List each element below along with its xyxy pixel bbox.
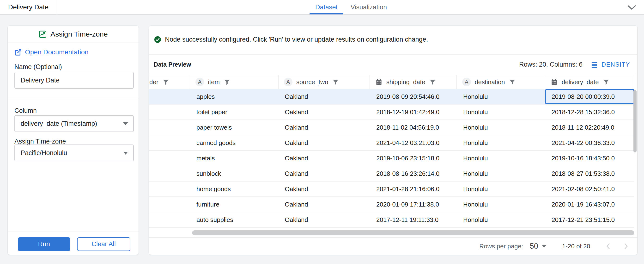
filter-icon[interactable] [332, 79, 339, 86]
table-cell[interactable]: Honolulu [457, 120, 545, 135]
run-button[interactable]: Run [18, 237, 70, 251]
table-cell[interactable]: 2018-08-27 01:53:38.0 [545, 166, 634, 181]
column-name: delivery_date [562, 78, 599, 86]
table-cell[interactable]: 2021-04-12 03:21:03.0 [370, 135, 457, 150]
selected-table-cell[interactable]: 2019-08-20 00:00:39.0 [545, 89, 634, 104]
tab-visualization-label: Visualization [350, 4, 387, 11]
table-cell[interactable]: home goods [190, 181, 278, 196]
table-cell[interactable]: Oakland [278, 89, 370, 104]
column-header-delivery_date[interactable]: delivery_date [545, 75, 634, 89]
table-cell[interactable]: 2017-12-21 23:51:15.0 [545, 212, 634, 227]
table-cell[interactable]: 2019-08-09 20:54:46.0 [370, 89, 457, 104]
table-cell[interactable]: sunblock [190, 166, 278, 181]
density-control[interactable]: DENSITY [591, 61, 630, 68]
column-field-label: Column [14, 107, 37, 114]
column-header-der[interactable]: der [149, 75, 190, 89]
table-cell[interactable]: 2018-12-28 15:32:36.0 [545, 105, 634, 120]
filter-icon[interactable] [429, 79, 436, 86]
table-cell[interactable]: Oakland [278, 151, 370, 166]
table-cell[interactable]: Honolulu [457, 105, 545, 120]
table-cell[interactable]: 2018-08-16 23:26:14.0 [370, 166, 457, 181]
dropdown-caret-icon [542, 245, 546, 248]
table-cell[interactable]: canned goods [190, 135, 278, 150]
column-header-item[interactable]: Aitem [190, 75, 278, 89]
rows-per-page-value: 50 [530, 242, 538, 250]
table-cell[interactable]: apples [190, 89, 278, 104]
table-cell[interactable]: Oakland [278, 212, 370, 227]
table-cell[interactable]: furniture [190, 197, 278, 212]
table-cell[interactable]: toilet paper [190, 105, 278, 120]
filter-icon[interactable] [603, 79, 610, 86]
table-cell[interactable]: 2020-01-19 16:43:07.0 [545, 197, 634, 212]
table-cell[interactable]: 2021-01-28 21:16:06.0 [370, 181, 457, 196]
collapse-panel-button[interactable] [627, 4, 637, 11]
table-cell[interactable]: auto supplies [190, 212, 278, 227]
table-cell[interactable]: Honolulu [457, 135, 545, 150]
table-cell[interactable] [149, 89, 190, 104]
table-cell[interactable]: Oakland [278, 181, 370, 196]
table-cell[interactable]: 2018-11-12 02:20:49.0 [545, 120, 634, 135]
table-cell[interactable]: Oakland [278, 166, 370, 181]
table-cell[interactable] [149, 212, 190, 227]
table-cell[interactable] [149, 151, 190, 166]
column-name: der [149, 78, 158, 86]
table-cell[interactable] [149, 120, 190, 135]
horizontal-scrollbar-track [149, 228, 637, 238]
table-cell[interactable]: Honolulu [457, 151, 545, 166]
table-row: metalsOakland2019-10-06 23:15:18.0Honolu… [149, 151, 634, 166]
dropdown-caret-icon [123, 122, 128, 125]
table-cell[interactable]: 2021-04-22 00:36:33.0 [545, 135, 634, 150]
table-cell[interactable]: 2017-12-11 19:11:33.0 [370, 212, 457, 227]
table-cell[interactable]: Honolulu [457, 166, 545, 181]
table-cell[interactable]: Oakland [278, 120, 370, 135]
table-cell[interactable] [149, 135, 190, 150]
horizontal-scrollbar[interactable] [192, 230, 634, 235]
column-select-value: delivery_date (Timestamp) [21, 120, 97, 127]
table-cell[interactable] [149, 181, 190, 196]
chart-line-icon [38, 30, 47, 39]
table-row: applesOakland2019-08-09 20:54:46.0Honolu… [149, 89, 634, 105]
view-tabs: Dataset Visualization [310, 0, 392, 15]
tab-dataset[interactable]: Dataset [310, 0, 343, 15]
table-cell[interactable]: Honolulu [457, 89, 545, 104]
table-cell[interactable]: 2021-02-08 02:50:41.0 [545, 181, 634, 196]
table-cell[interactable]: metals [190, 151, 278, 166]
density-label: DENSITY [602, 61, 630, 68]
column-select[interactable]: delivery_date (Timestamp) [14, 115, 134, 132]
table-cell[interactable] [149, 166, 190, 181]
table-cell[interactable]: 2018-12-19 01:42:49.0 [370, 105, 457, 120]
next-page-button[interactable] [623, 242, 629, 250]
filter-icon[interactable] [224, 79, 230, 86]
table-cell[interactable]: Honolulu [457, 212, 545, 227]
table-cell[interactable]: 2018-11-02 04:56:19.0 [370, 120, 457, 135]
table-cell[interactable]: paper towels [190, 120, 278, 135]
filter-icon[interactable] [162, 79, 169, 86]
table-cell[interactable] [149, 197, 190, 212]
table-row: toilet paperOakland2018-12-19 01:42:49.0… [149, 105, 634, 120]
table-cell[interactable]: Honolulu [457, 181, 545, 196]
table-cell[interactable]: Oakland [278, 135, 370, 150]
table-cell[interactable]: 2019-10-06 23:15:18.0 [370, 151, 457, 166]
name-field-label: Name (Optional) [14, 63, 62, 71]
tab-visualization[interactable]: Visualization [345, 0, 392, 15]
column-header-destination[interactable]: Adestination [457, 75, 545, 89]
table-cell[interactable]: 2019-10-16 18:43:50.0 [545, 151, 634, 166]
column-header-shipping_date[interactable]: shipping_date [370, 75, 457, 89]
clear-all-button[interactable]: Clear All [77, 237, 130, 251]
table-cell[interactable] [149, 105, 190, 120]
status-message: Node successfully configured. Click 'Run… [154, 34, 428, 45]
open-documentation-link[interactable]: Open Documentation [14, 48, 88, 56]
table-cell[interactable]: Oakland [278, 197, 370, 212]
table-cell[interactable]: 2020-01-09 17:11:38.0 [370, 197, 457, 212]
name-input[interactable] [14, 72, 134, 89]
column-header-source_two[interactable]: Asource_two [278, 75, 370, 89]
vertical-scrollbar[interactable] [634, 90, 636, 152]
table-cell[interactable]: Oakland [278, 105, 370, 120]
previous-page-button[interactable] [605, 242, 611, 250]
pagination-bar: Rows per page: 50 1-20 of 20 [149, 238, 637, 255]
node-tab[interactable]: Delivery Date [0, 0, 57, 15]
filter-icon[interactable] [509, 79, 516, 86]
timezone-select[interactable]: Pacific/Honolulu [14, 144, 134, 161]
table-cell[interactable]: Honolulu [457, 197, 545, 212]
rows-per-page-select[interactable]: 50 [530, 242, 546, 250]
